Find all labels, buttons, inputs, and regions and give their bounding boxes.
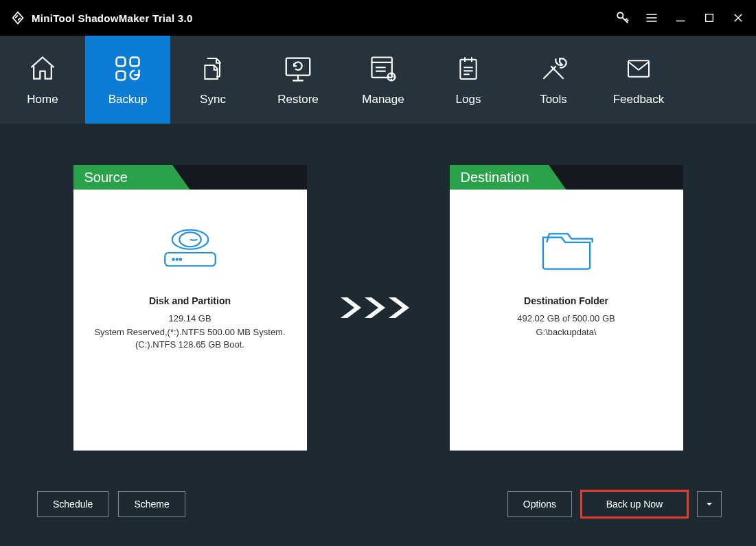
- svg-rect-8: [460, 60, 476, 79]
- source-detail-2: (C:).NTFS 128.65 GB Boot.: [135, 339, 244, 351]
- transfer-arrows-icon: [337, 291, 420, 325]
- source-card-header: Source: [73, 165, 307, 190]
- tab-home[interactable]: Home: [0, 36, 85, 124]
- backup-now-dropdown[interactable]: [697, 491, 722, 517]
- scheme-button[interactable]: Scheme: [118, 491, 185, 517]
- tab-label: Backup: [108, 93, 148, 106]
- destination-path: G:\backupdata\: [536, 326, 596, 339]
- destination-card-header: Destination: [450, 165, 683, 190]
- tab-feedback[interactable]: Feedback: [596, 36, 681, 124]
- disk-icon: [160, 224, 220, 275]
- source-header-label: Source: [73, 165, 190, 190]
- feedback-icon: [623, 53, 654, 84]
- logs-icon: [455, 53, 482, 84]
- svg-rect-3: [130, 58, 139, 67]
- backup-now-button[interactable]: Back up Now: [582, 491, 687, 517]
- main-nav: Home Backup Sync Restore: [0, 36, 756, 124]
- source-card[interactable]: Source Disk and Partition 129.14 GB: [73, 165, 307, 451]
- tab-label: Feedback: [613, 93, 665, 106]
- tab-label: Home: [27, 93, 58, 106]
- svg-rect-4: [117, 71, 126, 80]
- restore-icon: [282, 53, 314, 84]
- titlebar: MiniTool ShadowMaker Trial 3.0: [0, 0, 756, 36]
- svg-rect-2: [117, 58, 126, 67]
- minimize-button[interactable]: [672, 10, 689, 26]
- menu-icon[interactable]: [643, 10, 660, 26]
- destination-card[interactable]: Destination Destination Folder 492.02 GB…: [450, 165, 683, 451]
- options-button[interactable]: Options: [507, 491, 572, 517]
- tab-label: Restore: [277, 93, 319, 106]
- maximize-button[interactable]: [701, 10, 718, 26]
- svg-rect-9: [628, 60, 649, 76]
- app-logo-icon: [10, 10, 26, 26]
- tab-backup[interactable]: Backup: [85, 36, 170, 124]
- sync-icon: [199, 53, 227, 84]
- bottom-toolbar: Schedule Scheme Options Back up Now: [37, 491, 722, 517]
- chevron-down-icon: [705, 500, 713, 508]
- tab-label: Sync: [200, 93, 226, 106]
- app-title: MiniTool ShadowMaker Trial 3.0: [32, 12, 193, 24]
- destination-title: Destination Folder: [524, 295, 608, 306]
- schedule-button[interactable]: Schedule: [37, 491, 108, 517]
- tab-manage[interactable]: Manage: [341, 36, 426, 124]
- close-button[interactable]: [730, 10, 746, 26]
- home-icon: [27, 53, 58, 84]
- tab-label: Tools: [540, 93, 567, 106]
- backup-icon: [113, 53, 143, 84]
- svg-rect-5: [286, 58, 310, 76]
- tools-icon: [538, 53, 569, 84]
- svg-point-12: [176, 258, 177, 260]
- tab-logs[interactable]: Logs: [426, 36, 511, 124]
- content-area: Source Disk and Partition 129.14 GB: [0, 124, 756, 546]
- tab-label: Logs: [456, 93, 481, 106]
- destination-size: 492.02 GB of 500.00 GB: [517, 313, 615, 323]
- tab-restore[interactable]: Restore: [255, 36, 341, 124]
- tab-label: Manage: [362, 93, 404, 106]
- destination-header-label: Destination: [450, 165, 566, 190]
- svg-rect-1: [706, 14, 713, 22]
- folder-icon: [535, 224, 598, 275]
- source-title: Disk and Partition: [149, 295, 231, 306]
- tab-tools[interactable]: Tools: [511, 36, 596, 124]
- key-icon[interactable]: [615, 10, 631, 26]
- svg-point-11: [172, 258, 174, 260]
- tab-sync[interactable]: Sync: [170, 36, 255, 124]
- source-size: 129.14 GB: [168, 313, 211, 323]
- source-detail-1: System Reserved,(*:).NTFS 500.00 MB Syst…: [94, 326, 285, 339]
- svg-point-13: [179, 258, 181, 260]
- manage-icon: [368, 53, 398, 84]
